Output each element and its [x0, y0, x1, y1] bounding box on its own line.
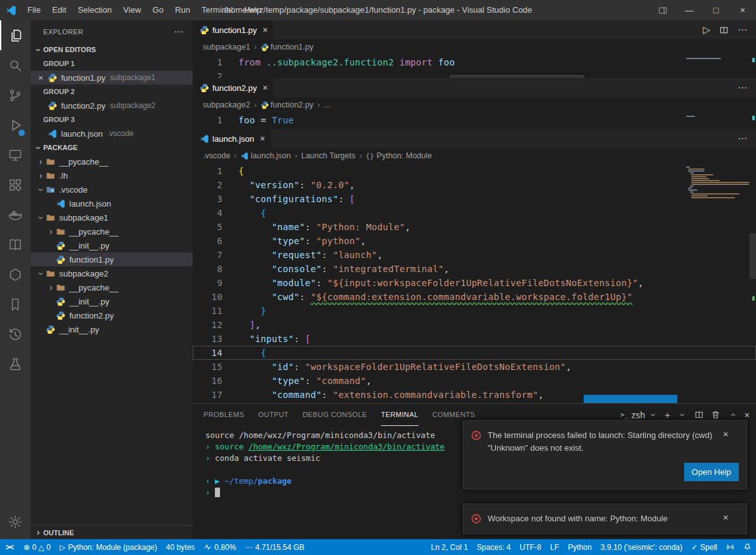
- menu-view[interactable]: View: [118, 0, 147, 20]
- activity-timeline[interactable]: [0, 319, 31, 349]
- status-memory-usage[interactable]: ⋯4.71/15.54 GB: [240, 539, 308, 555]
- tree-item-__init__.py[interactable]: __init__.py: [31, 294, 193, 308]
- maximize-button[interactable]: □: [703, 0, 729, 20]
- code-line-11[interactable]: 11 }: [193, 304, 756, 318]
- minimap[interactable]: [686, 116, 747, 117]
- outline-section-header[interactable]: › OUTLINE: [31, 525, 193, 539]
- activity-source-control[interactable]: [0, 80, 31, 110]
- breadcrumb-item[interactable]: ...: [324, 100, 330, 109]
- code-line-8[interactable]: 8 "console": "integratedTerminal",: [193, 262, 756, 276]
- close-panel-button[interactable]: ×: [745, 410, 750, 420]
- more-actions-icon[interactable]: ⋯: [174, 26, 184, 38]
- status-eol[interactable]: LF: [546, 539, 563, 555]
- split-terminal-button[interactable]: [694, 410, 704, 420]
- code-line-15[interactable]: 15 "id": "workspaceFolder1UpRelativeFile…: [193, 360, 756, 374]
- breadcrumb-item[interactable]: launch.json: [240, 151, 291, 160]
- pause-icon[interactable]: [473, 78, 487, 78]
- project-section-header[interactable]: › PACKAGE: [31, 140, 193, 154]
- terminal-shell-select[interactable]: >_ zsh ›: [621, 410, 658, 420]
- status-cursor-position[interactable]: Ln 2, Col 1: [427, 539, 472, 555]
- open-editor-function2.py[interactable]: function2.py subpackage2: [31, 99, 193, 113]
- minimap[interactable]: [686, 167, 747, 198]
- breadcrumb-item[interactable]: subpackage1: [203, 43, 250, 51]
- tree-item-subpackage2[interactable]: ›subpackage2: [31, 266, 193, 280]
- layout-toggle-icon[interactable]: [649, 0, 676, 20]
- status-encoding[interactable]: UTF-8: [515, 539, 546, 555]
- split-editor-icon[interactable]: [719, 25, 729, 35]
- panel-tab-debug-console[interactable]: DEBUG CONSOLE: [303, 404, 367, 426]
- menu-run[interactable]: Run: [169, 0, 196, 20]
- close-icon[interactable]: ×: [263, 25, 268, 35]
- code-line-6[interactable]: 6 "type": "python",: [193, 234, 756, 248]
- code-line-13[interactable]: 13 "inputs": [: [193, 332, 756, 346]
- code-line-4[interactable]: 4 {: [193, 206, 756, 220]
- panel-tab-terminal[interactable]: TERMINAL: [381, 404, 418, 426]
- tree-item-__init__.py[interactable]: __init__.py: [31, 238, 193, 252]
- tree-item-function2.py[interactable]: function2.py: [31, 308, 193, 322]
- more-actions-icon[interactable]: ⋯: [738, 133, 747, 144]
- code-line-1[interactable]: 1foo = True: [193, 113, 756, 127]
- status-interpreter[interactable]: 3.9.10 ('seismic': conda): [596, 539, 687, 555]
- tree-item-.vscode[interactable]: ›.vscode: [31, 182, 193, 196]
- code-line-1[interactable]: 1{: [193, 164, 756, 178]
- status-file-size[interactable]: 40 bytes: [162, 539, 199, 555]
- open-help-button[interactable]: Open Help: [684, 463, 739, 481]
- breadcrumb-item[interactable]: subpackage2: [203, 100, 250, 109]
- breadcrumb-item[interactable]: .vscode: [203, 151, 230, 160]
- code-line-5[interactable]: 5 "name": "Python: Module",: [193, 220, 756, 234]
- code-line-16[interactable]: 16 "type": "command",: [193, 374, 756, 388]
- tree-item-__pycache__[interactable]: ›__pycache__: [31, 224, 193, 238]
- open-editor-function1.py[interactable]: × function1.py subpackage1: [31, 71, 193, 85]
- menu-selection[interactable]: Selection: [72, 0, 117, 20]
- status-notifications-bell[interactable]: [739, 539, 756, 555]
- status-problems[interactable]: ⊗ 0 △ 0: [19, 539, 55, 555]
- add-configuration-button[interactable]: Add Configuration...: [584, 395, 677, 403]
- activity-bookmarks[interactable]: [0, 289, 31, 319]
- activity-hex-extension[interactable]: [0, 259, 31, 289]
- status-indentation[interactable]: Spaces: 4: [472, 539, 515, 555]
- chevron-right-icon[interactable]: ›: [46, 227, 56, 236]
- tab-function2.py[interactable]: function2.py×: [193, 78, 273, 97]
- menu-go[interactable]: Go: [147, 0, 169, 20]
- more-actions-icon[interactable]: ⋯: [738, 24, 747, 36]
- status-language[interactable]: Python: [563, 539, 596, 555]
- panel-tab-problems[interactable]: PROBLEMS: [203, 404, 244, 426]
- tree-item-__pycache__[interactable]: ›__pycache__: [31, 154, 193, 168]
- status-cpu-usage[interactable]: 0.80%: [199, 539, 240, 555]
- open-editors-header[interactable]: › OPEN EDITORS: [31, 43, 193, 57]
- code-line-12[interactable]: 12 ],: [193, 318, 756, 332]
- code-line-2[interactable]: 2 "version": "0.2.0",: [193, 178, 756, 192]
- close-icon[interactable]: ×: [723, 512, 729, 522]
- minimap[interactable]: [686, 58, 747, 59]
- code-line-10[interactable]: 10 "cwd": "${command:extension.commandva…: [193, 290, 756, 304]
- restart-icon[interactable]: [547, 78, 561, 78]
- chevron-right-icon[interactable]: ›: [36, 171, 46, 181]
- tree-item-subpackage1[interactable]: ›subpackage1: [31, 210, 193, 224]
- close-window-button[interactable]: ×: [729, 0, 756, 20]
- scrollbar[interactable]: [750, 233, 756, 279]
- tree-item-__pycache__[interactable]: ›__pycache__: [31, 280, 193, 294]
- activity-settings[interactable]: [0, 507, 31, 537]
- new-terminal-button[interactable]: +: [665, 410, 670, 420]
- kill-terminal-button[interactable]: [711, 410, 720, 420]
- code-editor[interactable]: 1from ..subpackage2.function2 import foo…: [193, 55, 756, 78]
- breadcrumb-item[interactable]: function2.py: [261, 100, 313, 109]
- menu-edit[interactable]: Edit: [46, 0, 72, 20]
- activity-explorer[interactable]: [0, 20, 31, 50]
- status-remote[interactable]: ><: [0, 539, 19, 555]
- code-line-1[interactable]: 1from ..subpackage2.function2 import foo: [193, 55, 756, 69]
- tab-launch.json[interactable]: launch.json×: [193, 129, 271, 148]
- activity-testing[interactable]: [0, 349, 31, 379]
- tree-item-__init__.py[interactable]: __init__.py: [31, 322, 193, 336]
- drag-handle-icon[interactable]: ⋮⋮: [455, 78, 469, 78]
- status-debug-config[interactable]: ▷Python: Module (package): [55, 539, 162, 555]
- chevron-down-icon[interactable]: ›: [36, 212, 46, 223]
- debug-toolbar[interactable]: ⋮⋮: [450, 75, 584, 78]
- chevron-down-icon[interactable]: ›: [36, 268, 46, 278]
- code-line-14[interactable]: 14 {: [193, 346, 756, 360]
- step-over-icon[interactable]: [491, 78, 505, 78]
- breadcrumb-item[interactable]: {}Python: Module: [366, 151, 432, 160]
- activity-remote-explorer[interactable]: [0, 140, 31, 170]
- code-line-7[interactable]: 7 "request": "launch",: [193, 248, 756, 262]
- activity-search[interactable]: [0, 50, 31, 80]
